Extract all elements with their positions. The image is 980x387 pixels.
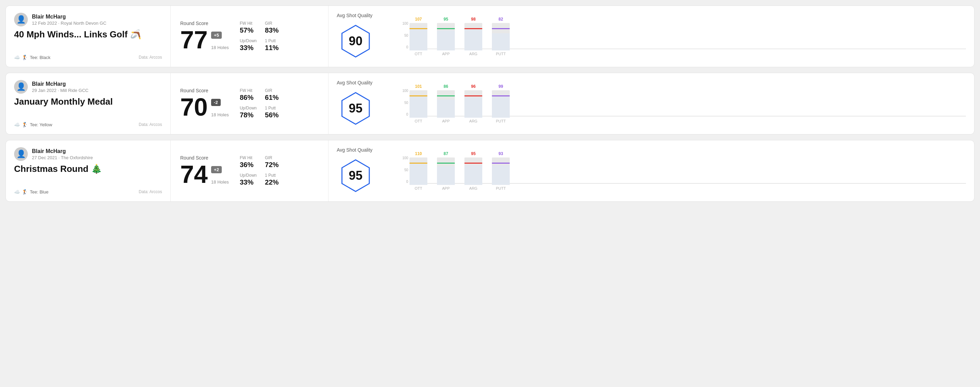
user-info: 👤 Blair McHarg 29 Jan 2022 · Mill Ride G… [14,80,162,94]
round-card: 👤 Blair McHarg 12 Feb 2022 · Royal North… [5,5,975,67]
score-section: Round Score 74 +2 18 Holes [180,155,229,187]
score-badge: +5 [211,32,222,39]
score-display: 70 -2 18 Holes [180,95,229,119]
score-display: 77 +5 18 Holes [180,27,229,52]
card-middle: Round Score 70 -2 18 Holes FW Hit 86% GI… [170,73,328,134]
round-title: 40 Mph Winds... Links Golf 🪃 [14,29,162,40]
hexagon-container: 90 [337,22,374,60]
tee-info: ☁️ 🏌 Tee: Black [14,54,51,60]
score-number: 70 [180,95,208,119]
chart-section: 100 50 0 101 OTT 86 APP 96 [400,84,966,123]
stats-grid: FW Hit 36% GIR 72% Up/Down 33% 1 Putt 22… [240,155,282,186]
user-date: 12 Feb 2022 · Royal North Devon GC [32,21,107,26]
quality-label: Avg Shot Quality [337,80,372,86]
quality-label: Avg Shot Quality [337,147,372,153]
round-card: 👤 Blair McHarg 27 Dec 2021 · The Oxfords… [5,140,975,202]
updown-stat: Up/Down 33% [240,173,256,186]
card-left: 👤 Blair McHarg 27 Dec 2021 · The Oxfords… [6,140,170,201]
chart-col-app: 86 APP [437,84,455,123]
chart-col-ott: 101 OTT [409,84,427,123]
card-footer: ☁️ 🏌 Tee: Black Data: Arccos [14,54,162,60]
putt-stat: 1 Putt 56% [265,106,282,119]
data-source: Data: Arccos [139,189,162,194]
score-number: 77 [180,27,208,52]
card-left: 👤 Blair McHarg 12 Feb 2022 · Royal North… [6,6,170,67]
score-badge: +2 [211,166,222,173]
avatar: 👤 [14,147,28,161]
user-name: Blair McHarg [32,81,89,87]
card-left: 👤 Blair McHarg 29 Jan 2022 · Mill Ride G… [6,73,170,134]
chart-col-arg: 96 ARG [465,84,482,123]
card-right: Avg Shot Quality 90 100 50 0 107 [328,6,974,67]
person-icon: 👤 [16,82,26,91]
stats-grid: FW Hit 86% GIR 61% Up/Down 78% 1 Putt 56… [240,88,282,119]
quality-section: Avg Shot Quality 95 [337,147,391,195]
chart-section: 100 50 0 107 OTT 95 APP 98 [400,17,966,56]
chart-col-arg: 98 ARG [465,17,482,56]
score-number: 74 [180,162,208,187]
avatar: 👤 [14,80,28,94]
gir-stat: GIR 83% [265,21,282,34]
quality-label: Avg Shot Quality [337,13,372,18]
putt-stat: 1 Putt 22% [265,173,282,186]
bag-icon: 🏌 [22,189,28,195]
bag-icon: 🏌 [22,54,28,60]
round-title: January Monthly Medal [14,97,162,107]
score-label: Round Score [180,21,229,26]
holes-label: 18 Holes [211,179,229,185]
hexagon-container: 95 [337,90,374,127]
holes-label: 18 Holes [211,45,229,50]
card-middle: Round Score 74 +2 18 Holes FW Hit 36% GI… [170,140,328,201]
quality-score: 95 [349,168,363,183]
gir-stat: GIR 61% [265,88,282,102]
chart-col-ott: 107 OTT [409,17,427,56]
hexagon-container: 95 [337,157,374,195]
round-card: 👤 Blair McHarg 29 Jan 2022 · Mill Ride G… [5,73,975,135]
fw-hit-stat: FW Hit 86% [240,88,256,102]
tee-label: Tee: Black [30,55,51,60]
tee-label: Tee: Yellow [30,122,52,127]
avatar: 👤 [14,13,28,26]
chart-col-putt: 93 PUTT [492,151,510,190]
fw-hit-stat: FW Hit 57% [240,21,256,34]
card-footer: ☁️ 🏌 Tee: Blue Data: Arccos [14,189,162,195]
holes-label: 18 Holes [211,112,229,117]
tee-info: ☁️ 🏌 Tee: Yellow [14,122,52,127]
quality-section: Avg Shot Quality 90 [337,13,391,60]
updown-stat: Up/Down 33% [240,38,256,52]
score-display: 74 +2 18 Holes [180,162,229,187]
card-footer: ☁️ 🏌 Tee: Yellow Data: Arccos [14,122,162,127]
person-icon: 👤 [16,149,26,159]
chart-col-putt: 99 PUTT [492,84,510,123]
score-badge: -2 [211,99,221,106]
chart-col-putt: 82 PUTT [492,17,510,56]
score-section: Round Score 77 +5 18 Holes [180,21,229,52]
tee-label: Tee: Blue [30,189,48,195]
score-label: Round Score [180,88,229,93]
chart-col-arg: 95 ARG [465,151,482,190]
data-source: Data: Arccos [139,122,162,127]
weather-icon: ☁️ [14,122,20,127]
weather-icon: ☁️ [14,189,20,195]
updown-stat: Up/Down 78% [240,106,256,119]
card-right: Avg Shot Quality 95 100 50 0 110 [328,140,974,201]
score-section: Round Score 70 -2 18 Holes [180,88,229,119]
card-right: Avg Shot Quality 95 100 50 0 101 [328,73,974,134]
user-date: 29 Jan 2022 · Mill Ride GCC [32,88,89,93]
quality-section: Avg Shot Quality 95 [337,80,391,127]
putt-stat: 1 Putt 11% [265,38,282,52]
score-label: Round Score [180,155,229,160]
fw-hit-stat: FW Hit 36% [240,155,256,169]
user-name: Blair McHarg [32,148,93,154]
chart-col-ott: 110 OTT [409,151,427,190]
user-info: 👤 Blair McHarg 12 Feb 2022 · Royal North… [14,13,162,26]
chart-section: 100 50 0 110 OTT 87 APP 95 [400,151,966,190]
user-date: 27 Dec 2021 · The Oxfordshire [32,155,93,160]
stats-grid: FW Hit 57% GIR 83% Up/Down 33% 1 Putt 11… [240,21,282,52]
weather-icon: ☁️ [14,54,20,60]
round-title: Christmas Round 🎄 [14,163,162,174]
chart-col-app: 87 APP [437,151,455,190]
gir-stat: GIR 72% [265,155,282,169]
bag-icon: 🏌 [22,122,28,127]
user-name: Blair McHarg [32,14,107,20]
